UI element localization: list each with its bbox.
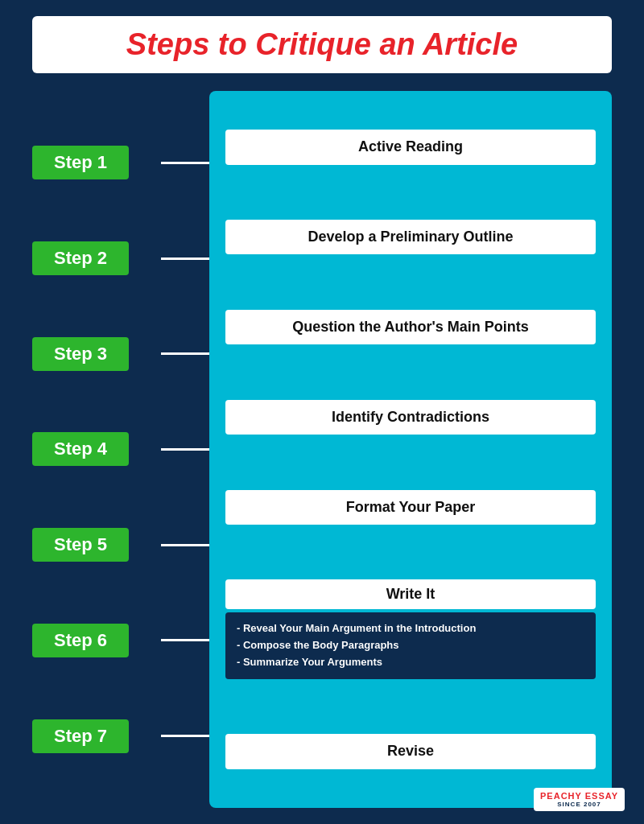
steps-connector-wrapper: Step 1 Step 2 Step 3 Step 4 Step 5 Step … [32, 91, 209, 808]
cyan-panel: Active Reading Develop a Preliminary Out… [209, 91, 612, 808]
logo-text-top: PEACHY ESSAY [540, 791, 618, 801]
step-badge-2: Step 2 [32, 241, 129, 275]
write-it-card: Write It [225, 579, 596, 609]
connector-line-6 [161, 639, 209, 641]
connector-line-1 [161, 162, 209, 164]
title-box: Steps to Critique an Article [32, 16, 612, 73]
logo-text-bottom: SINCE 2007 [557, 801, 601, 808]
step6-wrapper: Write It - Reveal Your Main Argument in … [225, 579, 596, 678]
step-card-7: Revise [225, 734, 596, 768]
connector-7 [161, 720, 209, 752]
write-it-sub-line3: - Summarize Your Arguments [237, 656, 382, 668]
connector-line-3 [161, 352, 209, 355]
connector-line-7 [161, 735, 209, 737]
connector-4 [161, 433, 209, 465]
step-card-1: Active Reading [225, 130, 596, 164]
write-it-sub-line2: - Compose the Body Paragraphs [237, 639, 399, 651]
step-badge-1: Step 1 [32, 146, 129, 179]
step-card-5: Format Your Paper [225, 490, 596, 525]
step-badge-7: Step 7 [32, 719, 129, 753]
main-content: Step 1 Step 2 Step 3 Step 4 Step 5 Step … [32, 91, 612, 808]
connector-5 [161, 529, 209, 561]
connector-1 [161, 146, 209, 179]
step-card-2: Develop a Preliminary Outline [225, 220, 596, 254]
connector-6 [161, 624, 209, 657]
step-badge-6: Step 6 [32, 624, 129, 657]
step-badge-4: Step 4 [32, 432, 129, 466]
step-badge-3: Step 3 [32, 337, 129, 371]
connector-2 [161, 242, 209, 274]
connector-column [161, 91, 209, 808]
write-it-sub: - Reveal Your Main Argument in the Intro… [225, 612, 596, 678]
step-card-3: Question the Author's Main Points [225, 310, 596, 344]
logo-area: PEACHY ESSAY SINCE 2007 [534, 788, 625, 811]
step-badge-5: Step 5 [32, 528, 129, 562]
step-card-4: Identify Contradictions [225, 400, 596, 435]
page-title: Steps to Critique an Article [126, 27, 518, 61]
connector-line-5 [161, 544, 209, 546]
page-wrapper: Steps to Critique an Article Step 1 Step… [0, 0, 644, 824]
connector-line-2 [161, 258, 209, 260]
steps-column: Step 1 Step 2 Step 3 Step 4 Step 5 Step … [32, 91, 161, 808]
connector-line-4 [161, 448, 209, 451]
connector-3 [161, 338, 209, 370]
write-it-sub-line1: - Reveal Your Main Argument in the Intro… [237, 622, 476, 634]
